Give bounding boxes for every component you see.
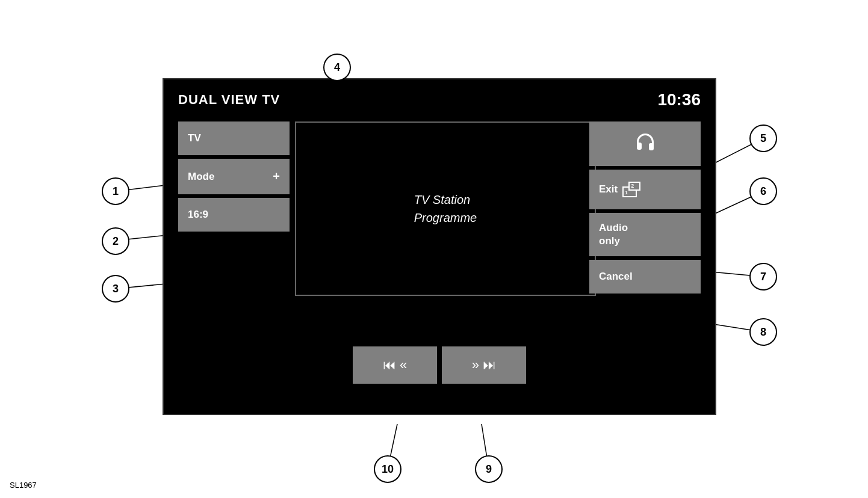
right-button-group: Exit 2 1 Audio only Cancel xyxy=(589,121,701,294)
page: DUAL VIEW TV 10:36 TV Mode + 16:9 TV Sta… xyxy=(0,0,868,498)
callout-5: 5 xyxy=(749,124,777,152)
tv-station-line1: TV Station xyxy=(414,191,477,209)
callout-7: 7 xyxy=(749,263,777,290)
cancel-label: Cancel xyxy=(599,271,633,282)
left-button-group: TV Mode + 16:9 xyxy=(178,121,290,232)
callout-2: 2 xyxy=(102,227,129,255)
tv-button[interactable]: TV xyxy=(178,121,290,155)
exit-label: Exit xyxy=(599,183,618,195)
forward-button[interactable]: » ⏭ xyxy=(442,346,526,384)
tv-title: DUAL VIEW TV xyxy=(178,92,280,108)
aspect-ratio-label: 16:9 xyxy=(188,209,208,221)
tv-station-text: TV Station Programme xyxy=(414,191,477,227)
audio-only-line2: only xyxy=(599,235,620,247)
callout-10: 10 xyxy=(374,455,401,483)
exit-button[interactable]: Exit 2 1 xyxy=(589,170,701,209)
callout-4: 4 xyxy=(323,54,351,81)
callout-6: 6 xyxy=(749,177,777,205)
audio-only-button[interactable]: Audio only xyxy=(589,213,701,256)
audio-only-line1: Audio xyxy=(599,222,628,233)
headphone-button[interactable] xyxy=(589,121,701,166)
tv-station-line2: Programme xyxy=(414,209,477,227)
mode-plus-icon: + xyxy=(273,170,280,183)
tv-screen: DUAL VIEW TV 10:36 TV Mode + 16:9 TV Sta… xyxy=(163,78,716,415)
callout-3: 3 xyxy=(102,275,129,303)
exit-icon: 2 1 xyxy=(622,180,645,198)
callout-9: 9 xyxy=(475,455,503,483)
forward-icon: » ⏭ xyxy=(472,357,496,373)
cancel-button[interactable]: Cancel xyxy=(589,260,701,294)
tv-header: DUAL VIEW TV 10:36 xyxy=(164,79,715,120)
headphone-icon xyxy=(634,132,656,155)
mode-button[interactable]: Mode + xyxy=(178,159,290,194)
rewind-button[interactable]: ⏮ « xyxy=(353,346,437,384)
center-content-area: TV Station Programme xyxy=(295,121,596,296)
mode-button-label: Mode xyxy=(188,171,214,183)
tv-time: 10:36 xyxy=(657,90,701,109)
playback-buttons: ⏮ « » ⏭ xyxy=(353,346,526,384)
aspect-ratio-button[interactable]: 16:9 xyxy=(178,198,290,232)
rewind-icon: ⏮ « xyxy=(383,357,407,373)
callout-8: 8 xyxy=(749,318,777,346)
callout-1: 1 xyxy=(102,177,129,205)
model-number: SL1967 xyxy=(10,481,37,490)
tv-button-label: TV xyxy=(188,132,201,144)
